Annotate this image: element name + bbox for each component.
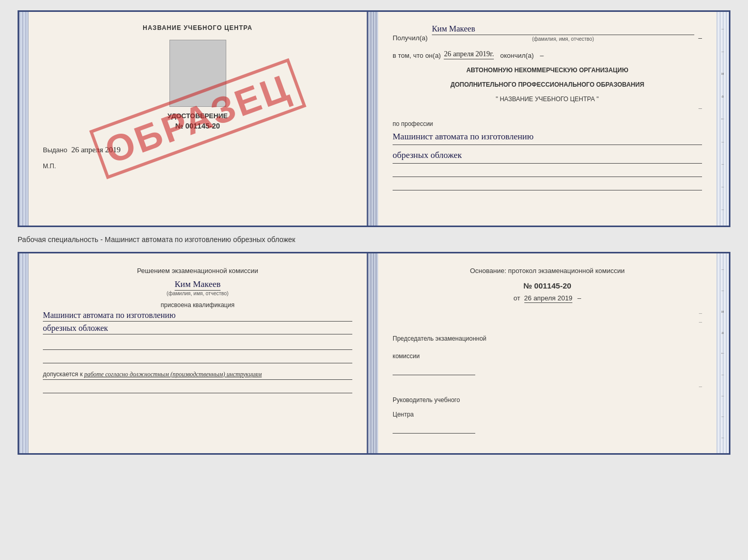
org-line2: ДОПОЛНИТЕЛЬНОГО ПРОФЕССИОНАЛЬНОГО ОБРАЗО… bbox=[393, 81, 702, 88]
edge-mark-3: и bbox=[722, 71, 724, 76]
school-title-top: НАЗВАНИЕ УЧЕБНОГО ЦЕНТРА bbox=[43, 24, 352, 31]
director-label2: Центра bbox=[393, 410, 702, 419]
in-that-row: в том, что он(а) 26 апреля 2019г. окончи… bbox=[393, 50, 702, 59]
edge-mark-b1: – bbox=[722, 266, 724, 271]
allowed-label-prefix: допускается к bbox=[43, 371, 83, 378]
completion-date: 26 апреля 2019г. bbox=[444, 50, 494, 59]
edge-mark-b7: – bbox=[722, 393, 724, 398]
dash-1: – bbox=[698, 34, 702, 42]
edge-mark-b9: – bbox=[722, 435, 724, 440]
protocol-number: № 001145-20 bbox=[393, 281, 702, 290]
edge-mark-b4: а bbox=[722, 330, 724, 335]
edge-mark-8: – bbox=[722, 184, 724, 189]
basis-right: Основание: протокол экзаменационной коми… bbox=[378, 253, 716, 453]
allowed-label-main: работе согласно должностным (производств… bbox=[84, 371, 262, 378]
cert-front-left: НАЗВАНИЕ УЧЕБНОГО ЦЕНТРА ОБРАЗЕЦ УДОСТОВ… bbox=[28, 12, 368, 226]
recipient-name: Ким Макеев bbox=[432, 24, 694, 35]
dash-2: – bbox=[540, 52, 543, 59]
dash-r1: – bbox=[699, 309, 702, 317]
received-row: Получил(а) Ким Макеев (фамилия, имя, отч… bbox=[393, 24, 702, 42]
profession-label: по профессии bbox=[393, 120, 702, 127]
right-edge-bottom: – – и а ← – – – – bbox=[716, 253, 729, 453]
edge-mark-4: а bbox=[722, 93, 724, 99]
director-line1: Руководитель учебного bbox=[393, 396, 460, 404]
protocol-date-prefix: от bbox=[513, 294, 520, 302]
assigned-label: присвоена квалификация bbox=[43, 301, 352, 309]
left-spine bbox=[19, 12, 28, 226]
protocol-dash: – bbox=[578, 294, 581, 302]
qualification-line1: Машинист автомата по изготовлению bbox=[43, 311, 352, 322]
edge-mark-b5: ← bbox=[721, 350, 725, 356]
document-container: НАЗВАНИЕ УЧЕБНОГО ЦЕНТРА ОБРАЗЕЦ УДОСТОВ… bbox=[18, 10, 730, 455]
director-label: Руководитель учебного bbox=[393, 395, 702, 405]
extra-line-1 bbox=[393, 167, 702, 177]
decision-line1: Решением экзаменационной комиссии bbox=[43, 266, 352, 276]
extra-line-2 bbox=[393, 180, 702, 190]
doc-top: НАЗВАНИЕ УЧЕБНОГО ЦЕНТРА ОБРАЗЕЦ УДОСТОВ… bbox=[18, 10, 730, 227]
dash-r2: – bbox=[699, 318, 702, 326]
cert-number: № 001145-20 bbox=[43, 122, 352, 130]
bottom-underline-2 bbox=[43, 352, 352, 363]
org-line1: АВТОНОМНУЮ НЕКОММЕРЧЕСКУЮ ОРГАНИЗАЦИЮ bbox=[393, 67, 702, 74]
protocol-date-row: от 26 апреля 2019 – bbox=[393, 294, 702, 302]
cert-front-right: Получил(а) Ким Макеев (фамилия, имя, отч… bbox=[378, 12, 716, 226]
profession-line1: Машинист автомата по изготовлению bbox=[393, 130, 702, 145]
right-edge-top: – – и а ← – – – – bbox=[716, 12, 729, 226]
allowed-text: допускается к работе согласно должностны… bbox=[43, 371, 352, 380]
director-sig-line bbox=[393, 421, 475, 434]
name-undertext-bottom: (фамилия, имя, отчество) bbox=[43, 291, 352, 296]
edge-mark-b8: – bbox=[722, 413, 724, 419]
edge-mark-b6: – bbox=[722, 372, 724, 377]
edge-mark-7: – bbox=[722, 161, 724, 166]
edge-mark-9: – bbox=[722, 206, 724, 212]
bottom-underline-1 bbox=[43, 339, 352, 350]
chairman-label: Председатель экзаменационной bbox=[393, 334, 702, 343]
name-undertext-top: (фамилия, имя, отчество) bbox=[432, 36, 694, 42]
chairman-label2: комиссии bbox=[393, 351, 702, 361]
basis-label: Основание: протокол экзаменационной коми… bbox=[393, 266, 702, 276]
name-field-wrapper: Ким Макеев (фамилия, имя, отчество) bbox=[432, 24, 694, 42]
profession-line2: обрезных обложек bbox=[393, 148, 702, 164]
center-spine bbox=[368, 12, 378, 226]
edge-mark-5: ← bbox=[721, 116, 725, 121]
dash-r3: – bbox=[699, 382, 702, 390]
received-label: Получил(а) bbox=[393, 34, 428, 42]
doc-bottom: Решением экзаменационной комиссии Ким Ма… bbox=[18, 252, 730, 455]
edge-mark-1: – bbox=[722, 26, 724, 31]
center-spine-bottom bbox=[368, 253, 378, 453]
org-line3: " НАЗВАНИЕ УЧЕБНОГО ЦЕНТРА " bbox=[393, 95, 702, 103]
chairman-line2: комиссии bbox=[393, 353, 419, 360]
left-spine-bottom bbox=[19, 253, 28, 453]
edge-mark-2: – bbox=[722, 49, 724, 54]
photo-placeholder bbox=[169, 40, 226, 107]
completed-label: окончил(а) bbox=[500, 52, 534, 59]
person-name-bottom: Ким Макеев bbox=[175, 279, 221, 291]
qualification-line2: обрезных обложек bbox=[43, 324, 352, 334]
edge-mark-b2: – bbox=[722, 287, 724, 293]
small-text-right: – bbox=[698, 105, 702, 112]
mp-label: М.П. bbox=[43, 163, 352, 170]
director-line2: Центра bbox=[393, 411, 414, 418]
issued-label: Выдано bbox=[43, 146, 67, 154]
protocol-date-value: 26 апреля 2019 bbox=[524, 294, 573, 303]
cert-subtitle: УДОСТОВЕРЕНИЕ bbox=[43, 112, 352, 120]
person-name-wrapper: Ким Макеев bbox=[43, 279, 352, 290]
chairman-sig-line bbox=[393, 363, 475, 375]
edge-mark-6: – bbox=[722, 139, 724, 144]
bottom-underline-3 bbox=[43, 382, 352, 393]
issued-date: 26 апреля 2019 bbox=[71, 146, 121, 154]
chairman-line1: Председатель экзаменационной bbox=[393, 335, 487, 342]
cert-issued: Выдано 26 апреля 2019 bbox=[43, 146, 352, 154]
in-that-label: в том, что он(а) bbox=[393, 52, 441, 59]
decision-left: Решением экзаменационной комиссии Ким Ма… bbox=[28, 253, 368, 453]
edge-mark-b3: и bbox=[722, 309, 724, 314]
between-label: Рабочая специальность - Машинист автомат… bbox=[18, 232, 730, 247]
